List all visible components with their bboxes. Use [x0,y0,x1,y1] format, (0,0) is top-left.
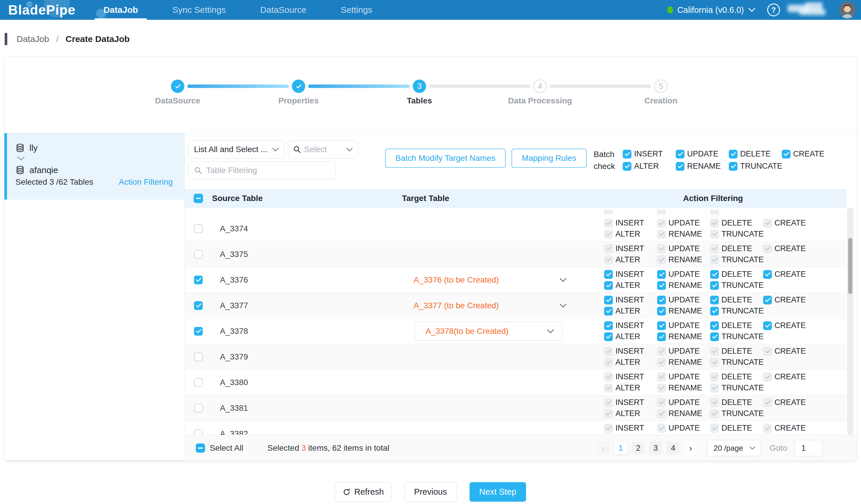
action-checkbox-create[interactable] [763,424,772,433]
nav-item-datajob[interactable]: DataJob [95,0,147,20]
action-checkbox-update[interactable] [657,321,666,330]
mapping-rules-button[interactable]: Mapping Rules [511,149,587,168]
row-select-checkbox[interactable] [194,378,203,387]
action-checkbox-truncate[interactable] [710,409,719,418]
action-checkbox-rename[interactable] [657,230,666,239]
action-checkbox-alter[interactable] [604,358,613,367]
action-checkbox-update[interactable] [657,219,666,228]
page-button-1[interactable]: 1 [614,442,627,454]
batch-checkbox-delete[interactable] [729,150,738,159]
action-checkbox-create[interactable] [763,398,772,407]
row-select-checkbox[interactable] [194,301,203,310]
row-select-checkbox[interactable] [194,224,203,233]
page-button-2[interactable]: 2 [632,442,645,454]
action-checkbox-delete[interactable] [710,398,719,407]
target-table-select[interactable]: A_3378(to be Created) [415,322,562,341]
action-checkbox-rename[interactable] [657,307,666,315]
action-checkbox-alter[interactable] [604,384,613,392]
action-checkbox-truncate[interactable] [710,281,719,290]
action-checkbox-insert[interactable] [604,321,613,330]
action-checkbox-create[interactable] [763,372,772,381]
action-checkbox-rename[interactable] [657,358,666,367]
action-checkbox-insert[interactable] [604,424,613,433]
action-checkbox-alter[interactable] [604,307,613,315]
batch-checkbox-alter[interactable] [623,162,631,171]
action-checkbox-insert[interactable] [604,244,613,253]
row-select-checkbox[interactable] [194,404,203,412]
action-checkbox-delete[interactable] [710,372,719,381]
action-checkbox-truncate[interactable] [710,358,719,367]
batch-checkbox-truncate[interactable] [729,162,738,171]
action-checkbox-create[interactable] [763,347,772,356]
action-checkbox-insert[interactable] [604,219,613,228]
action-checkbox-update[interactable] [657,270,666,279]
row-select-checkbox[interactable] [194,327,203,336]
action-checkbox-delete[interactable] [710,321,719,330]
action-checkbox-truncate[interactable] [710,307,719,315]
action-checkbox-truncate[interactable] [710,256,719,264]
action-checkbox-rename[interactable] [657,332,666,341]
action-checkbox-delete[interactable] [710,424,719,433]
step-circle-datasource[interactable] [171,80,184,93]
refresh-button[interactable]: Refresh [335,482,392,502]
select-dropdown[interactable]: Select [288,140,358,159]
nav-item-datasource[interactable]: DataSource [251,0,315,20]
action-checkbox-delete[interactable] [710,347,719,356]
select-all-checkbox[interactable] [196,444,205,453]
action-checkbox-update[interactable] [657,424,666,433]
action-checkbox-delete[interactable] [710,296,719,304]
action-checkbox-alter[interactable] [604,256,613,264]
action-checkbox-update[interactable] [657,296,666,304]
action-checkbox-insert[interactable] [604,270,613,279]
breadcrumb-parent[interactable]: DataJob [17,34,49,44]
next-step-button[interactable]: Next Step [469,482,526,502]
batch-checkbox-insert[interactable] [623,150,631,159]
action-checkbox-create[interactable] [763,219,772,228]
page-size-dropdown[interactable]: 20 /page [708,440,761,456]
step-circle-creation[interactable]: 5 [654,80,668,93]
action-checkbox-rename[interactable] [657,384,666,392]
batch-checkbox-rename[interactable] [676,162,684,171]
chevron-down-icon[interactable] [559,303,567,308]
action-checkbox-update[interactable] [657,398,666,407]
action-checkbox-insert[interactable] [604,372,613,381]
action-checkbox-create[interactable] [763,270,772,279]
action-checkbox-delete[interactable] [710,219,719,228]
avatar[interactable] [839,1,856,18]
select-all-checkbox[interactable] [194,194,203,203]
action-checkbox-create[interactable] [763,296,772,304]
next-page-button[interactable]: › [684,442,697,454]
action-checkbox-rename[interactable] [657,409,666,418]
action-checkbox-truncate[interactable] [710,384,719,392]
page-button-4[interactable]: 4 [667,442,680,454]
previous-button[interactable]: Previous [404,482,457,502]
action-checkbox-delete[interactable] [710,270,719,279]
page-button-3[interactable]: 3 [649,442,662,454]
scrollbar-thumb[interactable] [848,238,852,294]
action-checkbox-alter[interactable] [604,281,613,290]
region-selector[interactable]: California (v0.6.0) [667,5,755,15]
action-filtering-link[interactable]: Action Filtering [119,177,173,187]
help-icon[interactable]: ? [767,3,780,16]
step-circle-data-processing[interactable]: 4 [533,80,547,93]
datasource-pair-panel[interactable]: lly afanqie Selected 3 /62 Tables [4,133,184,200]
action-checkbox-insert[interactable] [604,296,613,304]
action-checkbox-insert[interactable] [604,398,613,407]
action-checkbox-create[interactable] [763,321,772,330]
row-select-checkbox[interactable] [194,353,203,361]
action-checkbox-alter[interactable] [604,409,613,418]
list-mode-dropdown[interactable]: List All and Select ... [189,140,285,159]
batch-checkbox-create[interactable] [782,150,791,159]
action-checkbox-create[interactable] [763,244,772,253]
action-checkbox-rename[interactable] [657,281,666,290]
action-checkbox-truncate[interactable] [710,230,719,239]
batch-modify-target-names-button[interactable]: Batch Modify Target Names [385,149,506,168]
chevron-down-icon[interactable] [559,278,567,282]
action-checkbox-update[interactable] [657,347,666,356]
step-circle-properties[interactable] [292,80,305,93]
table-filter-input[interactable] [206,166,330,175]
batch-checkbox-update[interactable] [676,150,684,159]
action-checkbox-delete[interactable] [710,244,719,253]
nav-item-settings[interactable]: Settings [332,0,381,20]
action-checkbox-rename[interactable] [657,256,666,264]
